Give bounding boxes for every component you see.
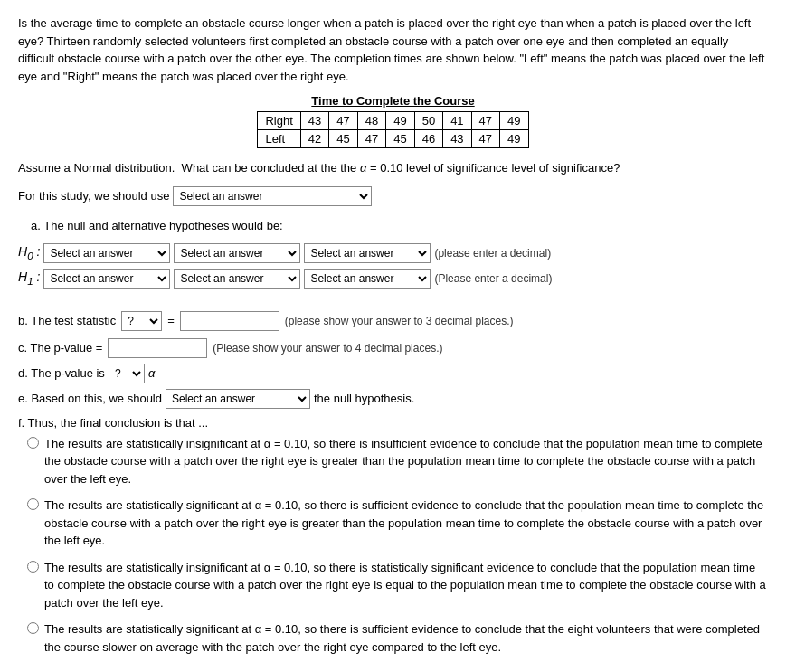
table-cell: 48 xyxy=(357,112,385,130)
h0-label: H0 : xyxy=(18,244,40,261)
radio-text-4: The results are statistically significan… xyxy=(44,620,768,656)
radio-options-container: The results are statistically insignific… xyxy=(27,435,768,657)
pvalue-is-row: d. The p-value is ?<>= α xyxy=(18,364,768,383)
table-cell: 49 xyxy=(386,112,414,130)
e-label: e. Based on this, we should xyxy=(18,392,162,405)
c-label: c. The p-value = xyxy=(18,341,102,355)
e-suffix: the null hypothesis. xyxy=(314,392,414,405)
table-cell: 49 xyxy=(500,112,528,130)
radio-button-1[interactable] xyxy=(27,437,39,449)
pvalue-input[interactable] xyxy=(108,338,207,358)
radio-button-3[interactable] xyxy=(27,561,39,573)
test-stat-input[interactable] xyxy=(180,311,279,331)
f-label-row: f. Thus, the final conclusion is that ..… xyxy=(18,416,768,430)
h1-row: H1 : Select an answerμ_dμ_1μ_2 Select an… xyxy=(18,269,768,289)
part-a-label: a. The null and alternative hypotheses w… xyxy=(31,219,768,232)
test-stat-type-select[interactable]: ?tzFχ² xyxy=(121,311,162,331)
d-alpha: α xyxy=(148,366,155,380)
study-prefix-label: For this study, we should use xyxy=(18,189,169,203)
radio-option-3: The results are statistically insignific… xyxy=(27,559,768,612)
c-suffix: (Please show your answer to 4 decimal pl… xyxy=(213,342,442,355)
pvalue-comparison-select[interactable]: ?<>= xyxy=(109,364,145,383)
table-cell: 47 xyxy=(357,130,385,148)
radio-text-2: The results are statistically significan… xyxy=(44,497,768,550)
radio-option-2: The results are statistically significan… xyxy=(27,497,768,550)
table-title: Time to Complete the Course xyxy=(311,94,474,108)
test-stat-row: b. The test statistic ?tzFχ² = (please s… xyxy=(18,311,768,331)
pvalue-row: c. The p-value = (Please show your answe… xyxy=(18,338,768,358)
completion-time-table: Right4347484950414749Left424547454643474… xyxy=(257,111,528,148)
h1-label: H1 : xyxy=(18,270,40,287)
radio-button-2[interactable] xyxy=(27,498,39,510)
radio-button-4[interactable] xyxy=(27,622,39,634)
data-table-container: Time to Complete the Course Right4347484… xyxy=(18,94,768,148)
d-label: d. The p-value is xyxy=(18,366,105,380)
table-cell: 49 xyxy=(500,130,528,148)
table-cell: 46 xyxy=(414,130,442,148)
equals-sign: = xyxy=(167,314,175,327)
radio-text-3: The results are statistically insignific… xyxy=(44,559,768,612)
table-cell: 41 xyxy=(443,112,471,130)
h0-decimal-hint: (please enter a decimal) xyxy=(434,247,551,260)
hypothesis-section: H0 : Select an answerμ_dμ_1μ_2 Select an… xyxy=(18,243,768,289)
radio-text-1: The results are statistically insignific… xyxy=(44,435,768,488)
study-method-select[interactable]: Select an answera paired t-testa two-sam… xyxy=(173,186,372,206)
h0-select-1[interactable]: Select an answerμ_dμ_1μ_2 xyxy=(43,243,170,263)
question-text: Is the average time to complete an obsta… xyxy=(18,14,768,85)
b-suffix: (please show your answer to 3 decimal pl… xyxy=(285,315,514,327)
table-cell: 45 xyxy=(386,130,414,148)
h0-select-2[interactable]: Select an answer=><≠ xyxy=(174,243,300,263)
table-cell: 42 xyxy=(300,130,328,148)
reject-select[interactable]: Select an answerrejectfail to rejectacce… xyxy=(166,389,310,409)
h1-select-3[interactable]: Select an answer012 xyxy=(304,269,431,289)
f-label: f. Thus, the final conclusion is that ..… xyxy=(18,416,208,430)
study-method-row: For this study, we should use Select an … xyxy=(18,186,768,206)
h1-select-2[interactable]: Select an answer=><≠ xyxy=(174,269,300,289)
table-row-label: Left xyxy=(258,130,300,148)
table-cell: 45 xyxy=(329,130,357,148)
radio-option-4: The results are statistically significan… xyxy=(27,620,768,656)
radio-option-1: The results are statistically insignific… xyxy=(27,435,768,488)
table-cell: 47 xyxy=(471,112,499,130)
table-row-label: Right xyxy=(258,112,300,130)
h1-decimal-hint: (Please enter a decimal) xyxy=(434,272,552,285)
table-cell: 47 xyxy=(471,130,499,148)
table-cell: 43 xyxy=(300,112,328,130)
assumption-text: Assume a Normal distribution. What can b… xyxy=(18,159,768,177)
h0-row: H0 : Select an answerμ_dμ_1μ_2 Select an… xyxy=(18,243,768,263)
table-cell: 43 xyxy=(443,130,471,148)
table-cell: 47 xyxy=(329,112,357,130)
e-row: e. Based on this, we should Select an an… xyxy=(18,389,768,409)
h1-select-1[interactable]: Select an answerμ_dμ_1μ_2 xyxy=(43,269,170,289)
table-cell: 50 xyxy=(414,112,442,130)
h0-select-3[interactable]: Select an answer012 xyxy=(304,243,431,263)
b-label: b. The test statistic xyxy=(18,314,116,327)
